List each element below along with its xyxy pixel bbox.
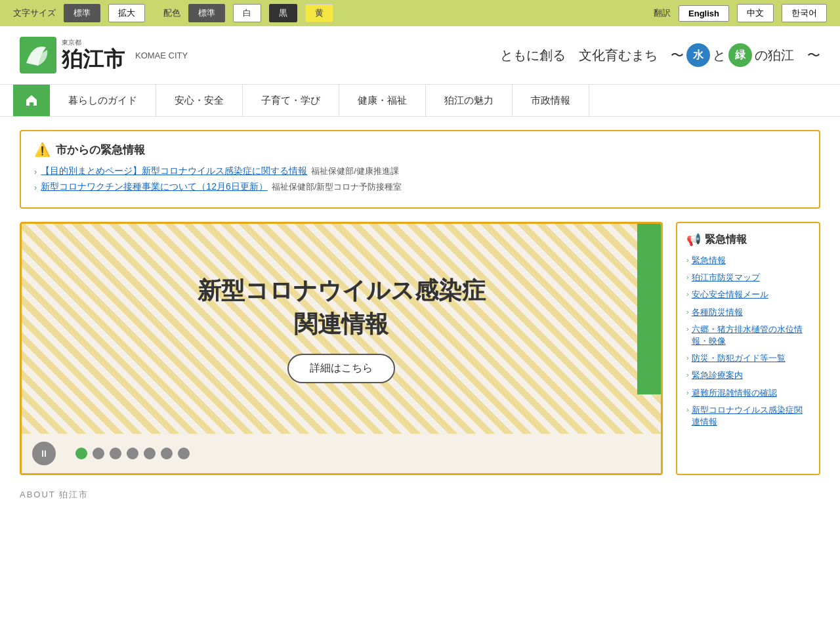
dot-1[interactable] [75,448,87,459]
slide-controls: ⏸ [22,434,661,473]
lang-english-button[interactable]: English [679,5,729,22]
tagline-part2: の狛江 〜 [755,47,820,64]
color-standard-button[interactable]: 標準 [188,4,225,22]
nav-home-button[interactable] [13,85,50,116]
font-size-label: 文字サイズ [13,7,56,19]
romaji-label: KOMAE CITY [135,51,188,60]
nav-item-health[interactable]: 健康・福祉 [339,85,426,116]
about-label: ABOUT 狛江市 [20,490,89,499]
megaphone-icon: 📢 [686,232,701,247]
chevron-right-icon-1: › [34,167,37,177]
about-section: ABOUT 狛江市 [20,488,820,501]
sidebar-chevron-8: › [686,388,689,396]
header-tagline: ともに創る 文化育むまち 〜 水 と 緑 の狛江 〜 [188,43,820,67]
lang-korean-button[interactable]: 한국어 [782,4,827,22]
slide-title: 新型コロナウイルス感染症 関連情報 [198,274,486,341]
warning-icon: ⚠️ [34,142,51,158]
slideshow-area: 新型コロナウイルス感染症 関連情報 詳細はこちら ⏸ [20,222,663,475]
dot-7[interactable] [178,448,190,459]
logo-area[interactable]: 東京都 狛江市 KOMAE CITY [20,37,188,74]
sidebar-link-9-anchor[interactable]: 新型コロナウイルス感染症関連情報 [692,404,810,428]
emergency-box: ⚠️ 市からの緊急情報 › 【目的別まとめページ】新型コロナウイルス感染症に関す… [20,130,820,209]
sidebar-link-6-anchor[interactable]: 防災・防犯ガイド等一覧 [692,352,786,364]
emergency-dept-2: 福祉保健部/新型コロナ予防接種室 [272,181,402,193]
dot-2[interactable] [93,448,104,459]
font-standard-button[interactable]: 標準 [64,4,100,22]
logo-text: 東京都 狛江市 [62,39,125,72]
main-content: 新型コロナウイルス感染症 関連情報 詳細はこちら ⏸ 📢 [20,222,820,475]
slide-title-line2: 関連情報 [198,308,486,341]
emergency-link-1-anchor[interactable]: 【目的別まとめページ】新型コロナウイルス感染症に関する情報 [41,165,307,177]
sidebar-link-7: › 緊急診療案内 [686,369,810,381]
font-large-button[interactable]: 拡大 [108,4,145,22]
translate-label: 翻訳 [654,7,671,19]
sidebar-link-8-anchor[interactable]: 避難所混雑情報の確認 [692,387,777,399]
sidebar-chevron-5: › [686,325,689,333]
home-icon [25,94,38,107]
sidebar-chevron-7: › [686,371,689,379]
sidebar-link-1: › 緊急情報 [686,255,810,266]
sidebar-link-3: › 安心安全情報メール [686,289,810,301]
sidebar-chevron-4: › [686,308,689,316]
sidebar-link-5-anchor[interactable]: 六郷・猪方排水樋管の水位情報・映像 [692,324,810,347]
mizu-circle: 水 [686,43,710,67]
sidebar-link-7-anchor[interactable]: 緊急診療案内 [692,369,743,381]
sidebar-link-4-anchor[interactable]: 各種防災情報 [692,306,743,318]
sidebar-link-4: › 各種防災情報 [686,306,810,318]
dot-3[interactable] [110,448,121,459]
pause-icon: ⏸ [39,448,49,459]
dot-6[interactable] [161,448,173,459]
color-label: 配色 [163,7,180,19]
sidebar-link-9: › 新型コロナウイルス感染症関連情報 [686,404,810,428]
sidebar-link-1-anchor[interactable]: 緊急情報 [692,255,726,266]
komae-logo-icon [20,37,56,74]
sidebar-chevron-9: › [686,406,689,413]
slide-detail-button[interactable]: 詳細はこちら [287,354,395,383]
sidebar-chevron-3: › [686,290,689,298]
sidebar-chevron-2: › [686,273,689,281]
dot-4[interactable] [127,448,138,459]
sidebar-chevron-6: › [686,354,689,362]
nav-item-city-admin[interactable]: 市政情報 [513,85,589,116]
tagline-to: と [713,47,726,64]
pause-button[interactable]: ⏸ [32,442,56,465]
dot-5[interactable] [144,448,156,459]
dot-indicators [75,448,190,459]
green-bar-decoration [637,224,661,394]
emergency-link-2-anchor[interactable]: 新型コロナワクチン接種事業について（12月6日更新） [41,181,267,193]
emergency-link-2: › 新型コロナワクチン接種事業について（12月6日更新） 福祉保健部/新型コロナ… [34,181,806,193]
nav-item-safety[interactable]: 安心・安全 [156,85,243,116]
lang-chinese-button[interactable]: 中文 [737,4,774,22]
slide-content: 新型コロナウイルス感染症 関連情報 詳細はこちら [22,224,661,434]
slide-inner: 新型コロナウイルス感染症 関連情報 詳細はこちら [184,261,499,396]
sidebar-emergency-title: 📢 緊急情報 [686,232,810,247]
tokyo-label: 東京都 [62,39,125,47]
sidebar-chevron-1: › [686,256,689,264]
nav-item-childcare[interactable]: 子育て・学び [243,85,339,116]
color-black-button[interactable]: 黒 [269,4,297,22]
header: 東京都 狛江市 KOMAE CITY ともに創る 文化育むまち 〜 水 と 緑 … [0,26,840,84]
emergency-dept-1: 福祉保健部/健康推進課 [311,165,399,177]
slide-title-line1: 新型コロナウイルス感染症 [198,274,486,307]
emergency-link-1: › 【目的別まとめページ】新型コロナウイルス感染症に関する情報 福祉保健部/健康… [34,165,806,177]
sidebar-link-3-anchor[interactable]: 安心安全情報メール [692,289,768,301]
color-yellow-button[interactable]: 黄 [305,4,333,22]
nav-item-lifestyle[interactable]: 暮らしのガイド [50,85,156,116]
sidebar-link-2: › 狛江市防災マップ [686,272,810,284]
midori-circle: 緑 [728,43,752,67]
sidebar-link-6: › 防災・防犯ガイド等一覧 [686,352,810,364]
emergency-title: ⚠️ 市からの緊急情報 [34,142,806,158]
sidebar-link-2-anchor[interactable]: 狛江市防災マップ [692,272,760,284]
nav-item-attraction[interactable]: 狛江の魅力 [426,85,513,116]
sidebar-emergency: 📢 緊急情報 › 緊急情報 › 狛江市防災マップ › 安心安全情報メール › 各… [676,222,820,475]
tagline-part1: ともに創る 文化育むまち 〜 [500,47,684,64]
chevron-right-icon-2: › [34,182,37,192]
top-bar: 文字サイズ 標準 拡大 配色 標準 白 黒 黄 翻訳 English 中文 한국… [0,0,840,26]
color-white-button[interactable]: 白 [233,4,261,22]
sidebar-link-5: › 六郷・猪方排水樋管の水位情報・映像 [686,324,810,347]
nav-bar: 暮らしのガイド 安心・安全 子育て・学び 健康・福祉 狛江の魅力 市政情報 [0,84,840,117]
sidebar-link-8: › 避難所混雑情報の確認 [686,387,810,399]
city-name: 狛江市 [62,47,125,72]
